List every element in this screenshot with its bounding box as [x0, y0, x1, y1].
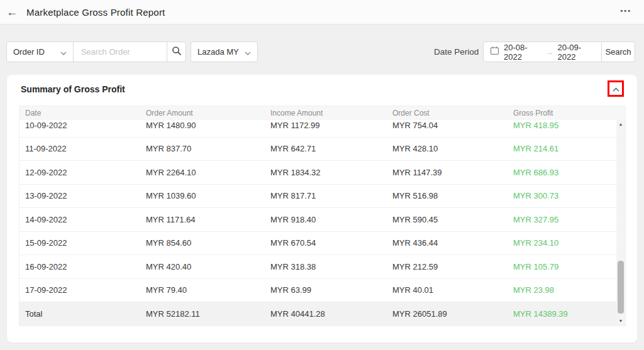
order-field-select[interactable]: Order ID: [7, 42, 73, 62]
scroll-up-icon[interactable]: ▲: [616, 121, 625, 128]
cell-gross-profit: MYR 234.10: [513, 238, 625, 248]
vertical-scrollbar[interactable]: ▲ ▼: [616, 120, 625, 325]
cell-date: 17-09-2022: [25, 285, 146, 295]
total-cell-income-amount: MYR 40441.28: [270, 309, 392, 319]
table-row: 17-09-2022MYR 79.40MYR 63.99MYR 40.01MYR…: [19, 279, 625, 303]
cell-income-amount: MYR 642.71: [270, 144, 392, 153]
cell-gross-profit: MYR 418.95: [513, 121, 625, 130]
date-to: 20-09-2022: [558, 43, 596, 62]
search-order-field[interactable]: [73, 42, 167, 62]
table-row: 13-09-2022MYR 1039.60MYR 817.71MYR 516.9…: [19, 185, 625, 209]
cell-order-cost: MYR 428.10: [392, 144, 513, 153]
cell-income-amount: MYR 318.38: [270, 262, 392, 271]
cell-date: 10-09-2022: [25, 121, 146, 130]
ellipsis-menu-icon[interactable]: •••: [620, 7, 631, 14]
chevron-down-icon: [60, 46, 67, 58]
column-header-income-amount: Income Amount: [270, 109, 392, 118]
cell-order-amount: MYR 2264.10: [146, 168, 270, 177]
cell-gross-profit: MYR 300.73: [513, 191, 625, 200]
table-header-row: Date Order Amount Income Amount Order Co…: [19, 106, 625, 120]
cell-order-cost: MYR 754.04: [392, 121, 513, 130]
cell-gross-profit: MYR 23.98: [513, 285, 625, 295]
column-header-date: Date: [25, 109, 146, 118]
table-row: 11-09-2022MYR 837.70MYR 642.71MYR 428.10…: [19, 138, 625, 161]
table-total-row: TotalMYR 52182.11MYR 40441.28MYR 26051.8…: [19, 302, 625, 325]
cell-income-amount: MYR 1172.99: [270, 121, 392, 130]
cell-income-amount: MYR 918.40: [270, 215, 392, 224]
cell-date: 12-09-2022: [25, 168, 146, 177]
table-row: 15-09-2022MYR 854.60MYR 670.54MYR 436.44…: [19, 232, 625, 256]
cell-order-amount: MYR 79.40: [146, 285, 270, 295]
cell-income-amount: MYR 670.54: [270, 238, 392, 248]
cell-gross-profit: MYR 686.93: [513, 168, 625, 177]
table-row: 16-09-2022MYR 420.40MYR 318.38MYR 212.59…: [19, 255, 625, 279]
cell-gross-profit: MYR 327.95: [513, 215, 625, 224]
table-row: 14-09-2022MYR 1171.64MYR 918.40MYR 590.4…: [19, 208, 625, 232]
cell-order-amount: MYR 837.70: [146, 144, 270, 153]
chevron-up-icon: [613, 83, 619, 94]
annotation-highlight-box: [608, 80, 624, 97]
search-order-input[interactable]: [80, 46, 160, 57]
marketplace-value: Lazada MY: [197, 47, 239, 57]
search-button-label: Search: [605, 47, 631, 57]
chevron-down-icon: [245, 46, 251, 58]
table-body: 10-09-2022MYR 1480.90MYR 1172.99MYR 754.…: [19, 120, 625, 325]
cell-date: 16-09-2022: [25, 262, 146, 271]
cell-income-amount: MYR 1834.32: [270, 168, 392, 177]
calendar-icon: [490, 46, 499, 58]
cell-order-amount: MYR 1039.60: [146, 191, 270, 200]
table-row: 10-09-2022MYR 1480.90MYR 1172.99MYR 754.…: [19, 120, 625, 138]
search-button[interactable]: Search: [601, 42, 635, 62]
total-cell-date: Total: [25, 309, 146, 319]
date-period-label: Date Period: [434, 41, 479, 62]
cell-order-amount: MYR 854.60: [146, 238, 270, 248]
date-range-picker[interactable]: 20-08-2022 → 20-09-2022: [484, 42, 601, 62]
column-header-order-amount: Order Amount: [146, 109, 270, 118]
search-icon: [172, 46, 182, 58]
cell-income-amount: MYR 817.71: [270, 191, 392, 200]
scrollbar-thumb[interactable]: [618, 261, 624, 314]
column-header-order-cost: Order Cost: [392, 109, 513, 118]
cell-income-amount: MYR 63.99: [270, 285, 392, 295]
table-row: 12-09-2022MYR 2264.10MYR 1834.32MYR 1147…: [19, 161, 625, 185]
cell-date: 13-09-2022: [25, 191, 146, 200]
cell-date: 11-09-2022: [25, 144, 146, 153]
scroll-down-icon[interactable]: ▼: [616, 318, 625, 324]
cell-order-cost: MYR 1147.39: [392, 168, 513, 177]
cell-order-cost: MYR 212.59: [392, 262, 513, 271]
cell-order-cost: MYR 590.45: [392, 215, 513, 224]
total-cell-order-amount: MYR 52182.11: [146, 309, 270, 319]
cell-date: 14-09-2022: [25, 215, 146, 224]
cell-order-amount: MYR 1171.64: [146, 215, 270, 224]
gross-profit-table: Date Order Amount Income Amount Order Co…: [19, 106, 626, 326]
cell-order-amount: MYR 420.40: [146, 262, 270, 271]
top-bar: ← Marketplace Gross Profit Report •••: [0, 0, 644, 25]
date-from: 20-08-2022: [504, 43, 541, 62]
order-field-value: Order ID: [13, 47, 45, 57]
search-icon-button[interactable]: [167, 42, 186, 62]
page-title: Marketplace Gross Profit Report: [26, 7, 165, 18]
range-arrow-icon: →: [546, 48, 553, 57]
date-range-group: 20-08-2022 → 20-09-2022 Search: [483, 41, 635, 62]
table-body-inner: 10-09-2022MYR 1480.90MYR 1172.99MYR 754.…: [19, 120, 625, 325]
cell-order-cost: MYR 436.44: [392, 238, 513, 248]
total-cell-gross-profit: MYR 14389.39: [513, 309, 625, 319]
order-search-group: Order ID: [6, 41, 186, 62]
summary-card: Summary of Gross Profit Date Order Amoun…: [7, 75, 637, 342]
marketplace-select[interactable]: Lazada MY: [191, 41, 258, 62]
total-cell-order-cost: MYR 26051.89: [392, 309, 513, 319]
cell-order-cost: MYR 516.98: [392, 191, 513, 200]
card-title: Summary of Gross Profit: [21, 84, 125, 94]
cell-gross-profit: MYR 105.79: [513, 262, 625, 271]
cell-gross-profit: MYR 214.61: [513, 144, 625, 153]
column-header-gross-profit: Gross Profit: [513, 109, 625, 118]
back-arrow-icon[interactable]: ←: [6, 6, 18, 18]
cell-order-cost: MYR 40.01: [392, 285, 513, 295]
cell-order-amount: MYR 1480.90: [146, 121, 270, 130]
collapse-button[interactable]: [609, 82, 622, 95]
cell-date: 15-09-2022: [25, 238, 146, 248]
